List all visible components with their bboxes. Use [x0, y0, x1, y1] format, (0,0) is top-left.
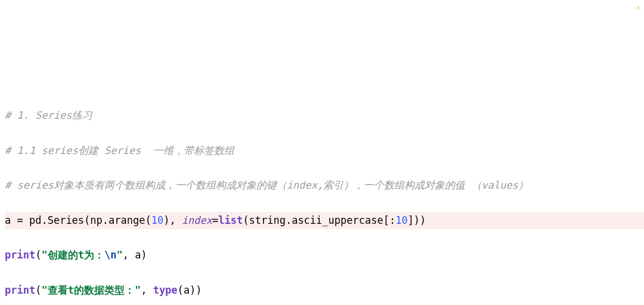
code-builtin: type [153, 284, 178, 296]
code-line[interactable]: print("查看t的数据类型：", type(a)) [5, 282, 644, 299]
code-string: "查看t的数据类型：" [41, 284, 141, 296]
code-text: pd.Series(np.arange( [23, 214, 151, 226]
code-number: 10 [395, 214, 407, 226]
code-builtin: print [5, 249, 35, 261]
code-text: ])) [408, 214, 426, 226]
code-text: (string.ascii_uppercase[: [243, 214, 395, 226]
code-text: ( [35, 284, 41, 296]
code-text: = [17, 214, 23, 226]
code-line[interactable]: # 1. Series练习 [5, 107, 644, 124]
code-escape: \n [104, 249, 116, 261]
code-string: " [116, 249, 122, 261]
code-line[interactable]: # 1.1 series创建 Series 一维，带标签数组 [5, 142, 644, 159]
code-builtin: list [218, 214, 243, 226]
warning-icon: ⚠ [636, 1, 640, 14]
code-text: ( [35, 249, 41, 261]
code-param: index [182, 214, 212, 226]
code-text: = [212, 214, 218, 226]
code-string: "创建的t为： [41, 249, 104, 261]
code-text: (a)) [178, 284, 202, 296]
code-line[interactable]: # series对象本质有两个数组构成，一个数组构成对象的键（index,索引）… [5, 177, 644, 194]
comment-text: # series对象本质有两个数组构成，一个数组构成对象的键（index,索引）… [5, 179, 528, 191]
code-text: , [141, 284, 153, 296]
code-builtin: print [5, 284, 35, 296]
code-line[interactable]: print("创建的t为：\n", a) [5, 247, 644, 264]
code-text: , a) [123, 249, 147, 261]
code-line-highlighted[interactable]: a = pd.Series(np.arange(10), index=list(… [5, 212, 644, 229]
code-text: a [5, 214, 17, 226]
comment-text: # 1. Series练习 [5, 109, 92, 121]
code-number: 10 [151, 214, 163, 226]
code-text: ), [163, 214, 182, 226]
comment-text: # 1.1 series创建 Series 一维，带标签数组 [5, 144, 234, 156]
